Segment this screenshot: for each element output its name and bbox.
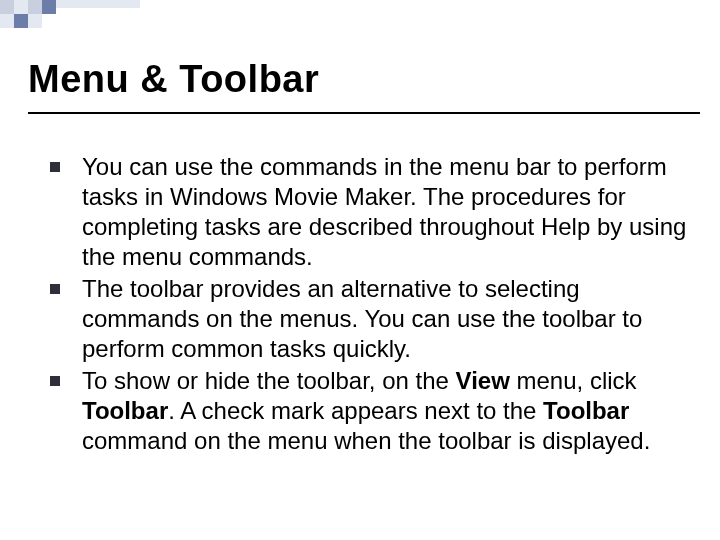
square-bullet-icon	[50, 284, 60, 294]
list-item: You can use the commands in the menu bar…	[50, 152, 688, 272]
svg-rect-2	[28, 0, 42, 14]
bold-term-toolbar: Toolbar	[82, 397, 168, 424]
bold-term-view: View	[456, 367, 510, 394]
square-bullet-icon	[50, 376, 60, 386]
text-run: menu, click	[510, 367, 637, 394]
svg-rect-4	[56, 0, 140, 8]
svg-rect-3	[42, 0, 56, 14]
bold-term-toolbar: Toolbar	[543, 397, 629, 424]
list-item: To show or hide the toolbar, on the View…	[50, 366, 688, 456]
svg-rect-6	[14, 14, 28, 28]
svg-rect-0	[0, 0, 14, 14]
svg-rect-5	[0, 14, 14, 28]
title-underline	[28, 112, 700, 114]
svg-rect-7	[28, 14, 42, 28]
bullet-text: The toolbar provides an alternative to s…	[82, 274, 688, 364]
bullet-text: You can use the commands in the menu bar…	[82, 152, 688, 272]
bullet-text: To show or hide the toolbar, on the View…	[82, 366, 688, 456]
text-run: . A check mark appears next to the	[168, 397, 543, 424]
list-item: The toolbar provides an alternative to s…	[50, 274, 688, 364]
slide-title: Menu & Toolbar	[28, 58, 319, 101]
corner-decoration	[0, 0, 160, 28]
text-run: command on the menu when the toolbar is …	[82, 427, 650, 454]
square-bullet-icon	[50, 162, 60, 172]
bullet-list: You can use the commands in the menu bar…	[50, 152, 688, 458]
svg-rect-1	[14, 0, 28, 14]
text-run: To show or hide the toolbar, on the	[82, 367, 456, 394]
